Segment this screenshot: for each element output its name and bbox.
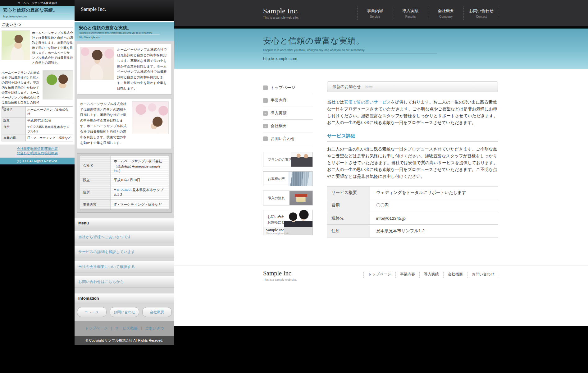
tablet-menu-heading: Menu (75, 218, 174, 228)
sidebar-item-company[interactable]: →会社概要 (263, 120, 313, 132)
arrow-icon: → (263, 98, 268, 103)
desktop-hero-title: 安心と信頼の豊富な実績。 (263, 35, 499, 46)
postal-mark: 〒 (114, 188, 117, 192)
tablet-logo[interactable]: Sample Inc. (75, 0, 106, 12)
sidebar-banners: プランのご案内 お客様の声 導入の流れ お問い合わせはお気軽にどうぞ Sampl… (263, 152, 313, 235)
sidebar-item-service[interactable]: →事業内容 (263, 94, 313, 107)
photo-woman-portrait (80, 47, 114, 80)
footer-link-service[interactable]: 事業内容 (395, 271, 419, 278)
desktop-footer: Sample Inc. This is a sample web site. ト… (263, 270, 499, 281)
link-terms[interactable]: 利用規約 (31, 151, 44, 155)
tablet-menu-item-contact[interactable]: お問い合わせはこちらから (75, 276, 174, 288)
row-value: ホームページサンプル株式会社（英語表記 Homepage sample Inc.… (111, 156, 169, 175)
footer-link-company[interactable]: 会社概要 (443, 271, 467, 278)
nav-label-jp: 導入実績 (393, 8, 428, 14)
tablet-menu-item-service[interactable]: サービスの詳細を解説しています (75, 246, 174, 258)
desktop-hero-url: http://example.com (263, 56, 499, 61)
arrow-icon: → (263, 136, 268, 141)
footer-link-greeting[interactable]: ごあいさつ (145, 326, 164, 330)
arrow-icon: → (263, 111, 268, 116)
row-label: 事業内容 (2, 135, 26, 141)
footer-link-top[interactable]: トップページ (363, 271, 395, 278)
banner-logo-overlay: Sample Inc. This is a sample web site. (263, 227, 312, 235)
mobile-company-table: 会社名 ホームページサンプル株式会社 設立 平成10年1月10日 住所 〒012… (2, 106, 73, 141)
mobile-intro-block-2: ホームページサンプル株式会社では最新技術と自然との調和を目指します。革新的な技術… (0, 67, 75, 105)
banner-label: プランのご案内 (268, 157, 292, 162)
tablet-menu-item-greeting[interactable]: 当社から皆様へごあいさつです (75, 231, 174, 243)
row-label: 設立 (2, 117, 26, 124)
tablet-button-row: ニュース お問い合わせ 会社概要 (77, 307, 172, 317)
row-label: 住所 (80, 185, 111, 200)
nav-item-results[interactable]: 導入実績Results (393, 7, 428, 20)
sidebar-item-results[interactable]: →導入実績 (263, 107, 313, 120)
row-value: 〒012-3456 見本県見本市サンプル1-2 (26, 124, 73, 135)
photo-businessmen (291, 152, 312, 167)
news-paragraph: 当社では安価で質の高いサービスを提供しております。お二人の一生の思い出に残る素敵… (327, 99, 498, 126)
table-row: 会社名 ホームページサンプル株式会社（英語表記 Homepage sample … (80, 156, 169, 175)
tablet-intro-card-1: ホームページサンプル株式会社では最新技術と自然との調和を目指します。革新的な技術… (77, 44, 172, 94)
mobile-view: ホームページサンプル株式会社 安心と信頼の豊富な実績。 http://examp… (0, 0, 75, 164)
link-company-overview[interactable]: 会社概要 (17, 147, 30, 150)
footer-link-top[interactable]: トップページ (85, 326, 107, 330)
tablet-menu-item-company[interactable]: 当社の会社概要について確認する (75, 261, 174, 273)
sidebar-item-top[interactable]: →トップページ (263, 81, 313, 94)
banner-introduction-flow[interactable]: 導入の流れ (263, 191, 313, 205)
company-button[interactable]: 会社概要 (142, 307, 172, 317)
tablet-intro-text-1: ホームページサンプル株式会社では最新技術と自然との調和を目指します。革新的な技術… (117, 47, 169, 91)
link-tech-info[interactable]: 技術情報 (31, 147, 44, 150)
row-value: IT・マーケティング・福祉など (26, 135, 73, 141)
nav-item-company[interactable]: 会社概要Company (428, 7, 463, 20)
news-button[interactable]: ニュース (77, 307, 107, 317)
footer-link-service[interactable]: サービス概要 (115, 326, 138, 330)
banner-label: お客様の声 (268, 177, 285, 181)
banner-customer-voice[interactable]: お客様の声 (263, 171, 313, 186)
footer-links: トップページ 事業内容 導入実績 会社概要 お問い合わせ (363, 271, 499, 278)
link-contact[interactable]: 問合わせ (17, 151, 30, 155)
desktop-content: →トップページ →事業内容 →導入実績 →会社概要 →お問い合わせ プランのご案… (263, 69, 499, 240)
nav-item-service[interactable]: 事業内容Service (357, 7, 393, 20)
desktop-hero-banner: 安心と信頼の豊富な実績。 Happiness is when what you … (174, 28, 588, 69)
news-title: 最新のお知らせ (332, 84, 361, 90)
desktop-logo-block[interactable]: Sample Inc. This is a sample web site. (263, 7, 299, 19)
tablet-hero-url: http://example.com (79, 36, 170, 39)
inline-service-link[interactable]: 安価で質の高いサービス (344, 100, 391, 104)
mobile-hero-url: http://example.com (3, 14, 70, 18)
photo-house-model (289, 191, 312, 205)
desktop-hero-tagline: Happiness is when what you think, what y… (263, 48, 437, 53)
row-value: 平成10年1月10日 (26, 117, 73, 124)
row-value: 〇〇円 (370, 199, 498, 212)
banner-logo-tagline: This is a sample web site. (266, 232, 289, 234)
footer-link-contact[interactable]: お問い合わせ (467, 271, 499, 278)
tablet-intro-text-2: ホームページサンプル株式会社では最新技術と自然との調和を目指します。革新的な技術… (80, 101, 129, 146)
link-business[interactable]: 事業内容 (45, 147, 58, 150)
mobile-footer-links-row2: 問合わせ|利用規約|会社概要 (2, 151, 72, 155)
tablet-company-table-panel: 会社名 ホームページサンプル株式会社（英語表記 Homepage sample … (77, 153, 172, 213)
sidebar-item-label: 会社概要 (271, 123, 287, 129)
table-row: 設立 平成10年1月10日 (2, 117, 73, 124)
postal-code-link[interactable]: 012-3456 (117, 188, 132, 192)
footer-link-results[interactable]: 導入実績 (419, 271, 443, 278)
sidebar-item-contact[interactable]: →お問い合わせ (263, 132, 313, 145)
nav-label-jp: 事業内容 (358, 8, 393, 14)
banner-contact[interactable]: お問い合わせはお気軽にどうぞ Sample Inc. This is a sam… (263, 210, 313, 235)
separator: ｜ (139, 326, 143, 330)
table-row: 会社名 ホームページサンプル株式会社 (2, 107, 73, 117)
table-row: 事業内容 IT・マーケティング・福祉など (80, 200, 169, 210)
banner-plan-guide[interactable]: プランのご案内 (263, 152, 313, 167)
nav-item-contact[interactable]: お問い合わせContact (463, 7, 499, 20)
service-detail-heading: サービス詳細 (327, 133, 498, 142)
tablet-company-table: 会社名 ホームページサンプル株式会社（英語表記 Homepage sample … (80, 156, 169, 210)
nav-label-en: Results (393, 15, 428, 18)
table-row: サービス概要 ウェディングをトータルにサポートいたします (327, 186, 498, 199)
photo-woman-leaf (43, 70, 73, 99)
desktop-nav: 事業内容Service 導入実績Results 会社概要Company お問い合… (357, 7, 499, 20)
tablet-hero-title: 安心と信頼の豊富な実績。 (79, 25, 170, 31)
link-company-overview-2[interactable]: 会社概要 (45, 151, 58, 155)
desktop-main: 最新のお知らせ News 当社では安価で質の高いサービスを提供しております。お二… (327, 81, 498, 240)
photo-office-building (288, 172, 312, 186)
banner-label: 導入の流れ (268, 196, 285, 200)
paragraph-text: 当社では (327, 100, 344, 104)
contact-button[interactable]: お問い合わせ (110, 307, 139, 317)
row-label: 費用 (327, 199, 370, 212)
tablet-header: Sample Inc. (75, 0, 174, 21)
